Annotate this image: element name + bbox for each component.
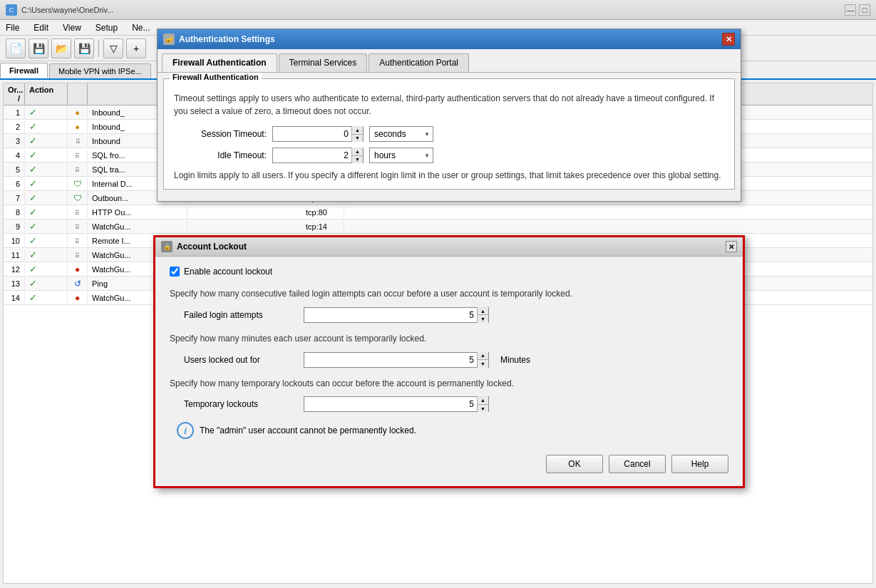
- lockout-title-text: Account Lockout: [177, 242, 247, 252]
- locked-out-field[interactable]: [304, 353, 477, 367]
- table-row[interactable]: 8 ✓ ⠿ HTTP Ou... tcp:80: [4, 205, 872, 220]
- toolbar-btn-3[interactable]: 📂: [51, 38, 71, 58]
- temp-lockouts-spinbtns: ▲ ▼: [477, 396, 488, 412]
- failed-attempts-field[interactable]: [304, 308, 477, 322]
- cell-type: [187, 225, 230, 228]
- idle-timeout-up[interactable]: ▲: [352, 148, 363, 156]
- locked-out-up[interactable]: ▲: [478, 352, 488, 361]
- toolbar-btn-1[interactable]: 📄: [6, 38, 26, 58]
- cell-name: HTTP Ou...: [88, 207, 187, 218]
- menu-file[interactable]: File: [3, 21, 22, 34]
- failed-attempts-label: Failed login attempts: [184, 310, 298, 320]
- menu-ne[interactable]: Ne...: [129, 21, 153, 34]
- locked-out-input: ▲ ▼: [304, 352, 489, 368]
- auth-section-title: Firewall Authentication: [170, 73, 262, 81]
- toolbar-btn-2[interactable]: 💾: [29, 38, 48, 58]
- bg-tab-vpn[interactable]: Mobile VPN with IPSe...: [49, 63, 151, 78]
- table-row[interactable]: 9 ✓ ⠿ WatchGu... tcp:14: [4, 220, 872, 234]
- auth-dialog-content: Firewall Authentication Timeout settings…: [158, 72, 741, 201]
- toolbar-btn-6[interactable]: +: [126, 38, 146, 58]
- cell-check: ✓: [25, 148, 68, 162]
- auth-dialog-tabs: Firewall Authentication Terminal Service…: [158, 49, 741, 72]
- session-timeout-down[interactable]: ▼: [352, 135, 363, 143]
- temp-lockouts-row: Temporary lockouts ▲ ▼: [170, 396, 728, 412]
- failed-attempts-spinbtns: ▲ ▼: [477, 307, 488, 323]
- cell-check: ✓: [25, 291, 68, 304]
- temp-lockouts-up[interactable]: ▲: [478, 396, 488, 405]
- cell-icon: 🛡: [68, 177, 88, 190]
- lockout-close-btn[interactable]: ✕: [726, 241, 737, 252]
- auth-dialog-close-btn[interactable]: ✕: [722, 33, 735, 46]
- col-icon: [68, 83, 88, 105]
- cell-name: WatchGu...: [88, 221, 187, 232]
- session-timeout-field[interactable]: [273, 127, 351, 141]
- bg-minimize-btn[interactable]: —: [845, 4, 856, 16]
- cell-check: ✓: [25, 248, 68, 262]
- bg-tab-firewall[interactable]: Firewall: [0, 63, 48, 78]
- cell-num: 7: [4, 192, 25, 204]
- cancel-button[interactable]: Cancel: [609, 455, 666, 473]
- cell-icon: ↺: [68, 277, 88, 290]
- cell-check: ✓: [25, 277, 68, 290]
- bg-app-title: C:\Users\wayne\OneDriv...: [21, 6, 113, 14]
- cell-icon: ⠿: [68, 235, 88, 247]
- cell-icon: ⠿: [68, 249, 88, 261]
- cell-icon: ●: [68, 292, 88, 304]
- cell-check: ✓: [25, 262, 68, 276]
- failed-attempts-up[interactable]: ▲: [478, 307, 488, 316]
- menu-view[interactable]: View: [60, 21, 84, 34]
- cell-icon: ⠿: [68, 164, 88, 175]
- idle-timeout-row: Idle Timeout: ▲ ▼ seconds minutes hours: [174, 148, 724, 163]
- temp-lockouts-field[interactable]: [304, 397, 477, 411]
- info-icon: i: [177, 422, 194, 439]
- cell-num: 8: [4, 207, 25, 218]
- auth-tab-terminal[interactable]: Terminal Services: [279, 53, 368, 72]
- enable-lockout-label[interactable]: Enable account lockout: [184, 267, 272, 277]
- cell-icon: ⠿: [68, 207, 88, 218]
- cell-check: ✓: [25, 163, 68, 176]
- locked-out-spinbtns: ▲ ▼: [477, 352, 488, 368]
- cell-num: 2: [4, 121, 25, 133]
- cell-check: ✓: [25, 191, 68, 205]
- ok-button[interactable]: OK: [546, 455, 603, 473]
- toolbar-sep: [98, 40, 99, 57]
- cell-num: 13: [4, 278, 25, 289]
- auth-tab-firewall[interactable]: Firewall Authentication: [162, 53, 277, 72]
- cell-port: tcp:80: [302, 207, 344, 218]
- auth-timeout-desc: Timeout settings apply to users who auth…: [174, 92, 724, 118]
- help-button[interactable]: Help: [671, 455, 728, 473]
- enable-lockout-checkbox[interactable]: [170, 267, 180, 277]
- failed-attempts-down[interactable]: ▼: [478, 315, 488, 323]
- idle-timeout-down[interactable]: ▼: [352, 156, 363, 164]
- bg-maximize-btn[interactable]: □: [859, 4, 870, 16]
- session-timeout-unit[interactable]: seconds minutes hours: [369, 126, 433, 142]
- idle-timeout-input: ▲ ▼: [272, 148, 364, 163]
- lockout-content: Enable account lockout Specify how many …: [155, 257, 743, 486]
- locked-out-down[interactable]: ▼: [478, 360, 488, 368]
- bg-app-icon: C: [6, 4, 17, 16]
- info-text: The "admin" user account cannot be perma…: [200, 425, 416, 435]
- session-timeout-up[interactable]: ▲: [352, 126, 363, 135]
- toolbar-btn-4[interactable]: 💾: [74, 38, 94, 58]
- idle-timeout-field[interactable]: [273, 148, 351, 163]
- session-timeout-label: Session Timeout:: [174, 129, 267, 139]
- temp-lockouts-down[interactable]: ▼: [478, 405, 488, 413]
- cell-icon: ⠿: [68, 150, 88, 161]
- idle-timeout-label: Idle Timeout:: [174, 150, 267, 160]
- auth-section-box: Firewall Authentication Timeout settings…: [163, 78, 735, 190]
- menu-edit[interactable]: Edit: [31, 21, 51, 34]
- cell-icon: ●: [68, 263, 88, 276]
- temp-lockouts-input: ▲ ▼: [304, 396, 489, 412]
- cell-icon: ●: [68, 121, 88, 133]
- bg-titlebar: C C:\Users\wayne\OneDriv... — □: [0, 0, 876, 20]
- idle-timeout-unit[interactable]: seconds minutes hours: [369, 148, 433, 163]
- toolbar-btn-5[interactable]: ▽: [103, 38, 123, 58]
- lockout-title-left: 🔒 Account Lockout: [161, 241, 247, 252]
- cell-check: ✓: [25, 220, 68, 233]
- auth-login-limit-desc: Login limits apply to all users. If you …: [174, 169, 724, 182]
- cell-num: 4: [4, 150, 25, 161]
- auth-dialog-icon: 🔐: [163, 33, 175, 45]
- auth-tab-portal[interactable]: Authentication Portal: [369, 53, 469, 72]
- auth-dialog-title-left: 🔐 Authentication Settings: [163, 33, 275, 45]
- menu-setup[interactable]: Setup: [93, 21, 120, 34]
